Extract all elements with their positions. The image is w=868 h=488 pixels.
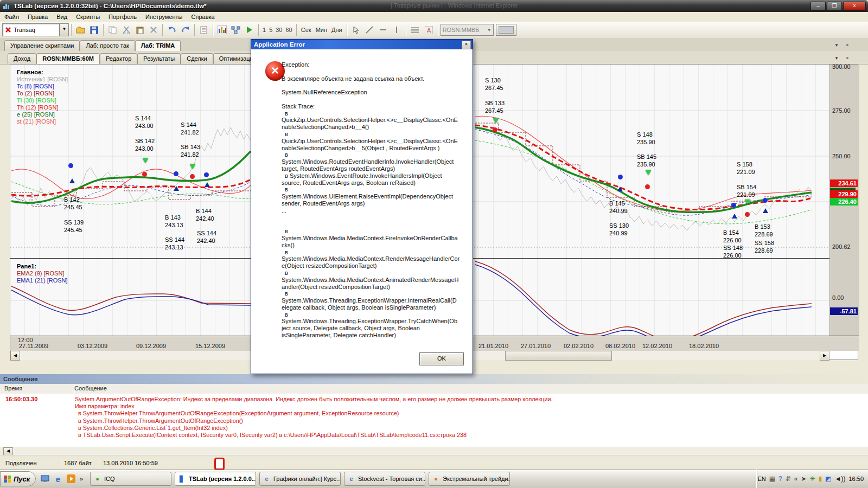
unit-button-1[interactable]: Мин [314,27,329,33]
panel-close-icon[interactable]: × [843,54,852,62]
text-tool-button[interactable]: A [422,23,436,36]
trade-annotation: B 154 226.00 [723,229,742,244]
save-button[interactable] [87,23,101,36]
tab-doc-3[interactable]: Результаты [137,53,181,64]
screen: { "window": { "title": "TSLab (версия 1.… [0,0,868,488]
date-tick: 03.12.2009 [78,343,107,349]
transaq-dropdown-button[interactable]: ▼ [60,23,69,36]
vline-tool-button[interactable] [390,23,404,36]
taskbar-task-2[interactable]: eГрафики онлайн:| Курс... [259,472,341,486]
scroll-right-icon[interactable]: ▶ [820,351,829,361]
start-button[interactable]: Пуск [0,471,36,486]
interval-button-60[interactable]: 60 [284,27,294,33]
symbol-select[interactable]: ROSN:ММВБ ▼ [441,24,494,36]
taskbar-task-0[interactable]: ●ICQ [90,472,171,486]
date-tick: 02.02.2010 [564,343,593,349]
menu-item-4[interactable]: Портфель [104,12,141,22]
unit-button-0[interactable]: Сек [299,27,314,33]
delete-button[interactable] [146,23,160,36]
redo-button[interactable] [178,23,192,36]
dialog-close-icon[interactable]: × [462,41,471,49]
transaq-connector-select[interactable]: Transaq [2,23,60,36]
phone-icon[interactable]: ▮ [819,475,822,483]
taskbar-task-3[interactable]: eStockvest - Торговая си... [344,472,425,486]
panel-pin-icon[interactable]: ▾ [832,54,841,62]
media-player-icon[interactable] [65,473,77,485]
panel-pin-icon[interactable]: ▾ [832,41,841,49]
ie-icon[interactable]: e [52,473,64,485]
menu-item-6[interactable]: Справка [187,12,219,22]
hline-tool-button[interactable] [376,23,390,36]
scroll-left-icon[interactable]: ◀ [10,351,20,361]
messages-panel-header[interactable]: Сообщения [0,374,868,384]
messages-list[interactable]: 16:50:03.30 System.ArgumentOutOfRangeExc… [0,394,868,447]
tab-script-2[interactable]: Лаб: TRIMA [135,40,181,52]
transaq-logo-icon [5,27,11,33]
undo-button[interactable] [165,23,178,36]
tab-doc-2[interactable]: Редактор [100,53,137,64]
interval-button-1[interactable]: 1 [261,27,267,33]
trade-annotation: B 145 240.99 [609,200,628,215]
keyboard-icon[interactable]: ▦ [769,475,775,483]
trendline-tool-button[interactable] [363,23,376,36]
levels-tool-button[interactable] [409,23,422,36]
arrow-down-icon [143,158,148,163]
tab-script-0[interactable]: Управление скриптами [4,40,80,51]
stack-trace-line: elegate callback, Object args, Boolean i… [282,304,466,311]
menu-item-1[interactable]: Правка [23,12,52,22]
menu-item-5[interactable]: Инструменты [141,12,187,22]
error-message-line: Имя параметра: index [75,403,553,410]
minimize-button[interactable]: – [810,2,826,11]
pane1-legend-title: Pane1: [17,263,68,270]
report-button[interactable] [197,23,210,36]
chart-button[interactable] [215,23,229,36]
error-message-line: в TSLab.User.Script.Execute(IContext con… [75,432,553,439]
cut-button[interactable] [119,23,133,36]
taskbar-task-4[interactable]: ●Экстремальный трейди... [429,472,510,486]
open-button[interactable] [74,23,87,36]
stack-trace-line: ject source, Delegate callback, Object a… [282,325,466,332]
run-script-button[interactable] [242,23,256,36]
pointer-icon[interactable]: ➤ [801,475,807,483]
menu-item-2[interactable]: Вид [52,12,72,22]
dialog-title-bar[interactable]: Application Error × [251,40,473,49]
scrollbar-thumb[interactable] [505,351,612,361]
stack-trace-line [282,96,466,103]
menu-item-3[interactable]: Скрипты [72,12,104,22]
stack-trace-line: в [282,249,466,256]
interval-button-5[interactable]: 5 [267,27,274,33]
arrow-down-icon [745,200,750,204]
column-message[interactable]: Сообщение [70,384,868,393]
updates-icon[interactable]: ⇵ [786,475,791,483]
close-button[interactable]: × [843,2,866,11]
show-desktop-icon[interactable] [39,473,51,485]
column-time[interactable]: Время [0,384,74,393]
color-picker-button[interactable] [496,24,516,36]
stack-trace-line: в [282,186,466,193]
bug-icon[interactable]: ✳ [810,475,815,483]
language-indicator[interactable]: EN [757,476,765,482]
taskbar-task-1[interactable]: ▋TSLab (версия 1.2.0.0... [175,472,256,486]
collapse-icon[interactable]: « [794,475,798,483]
ok-button[interactable]: OK [419,352,464,365]
panel-close-icon[interactable]: × [843,41,852,49]
svg-text:A: A [427,27,431,34]
schema-button[interactable] [229,23,242,36]
unit-button-2[interactable]: Дни [329,27,344,33]
cursor-tool-button[interactable] [349,23,363,36]
tab-doc-0[interactable]: Доход [8,53,36,64]
tab-doc-4[interactable]: Сделки [181,53,213,64]
menu-item-0[interactable]: Файл [0,12,23,22]
scroll-left-icon[interactable]: ◀ [3,447,13,455]
tab-script-1[interactable]: Лаб: просто так [80,40,135,51]
help-icon[interactable]: ? [778,475,782,483]
stack-trace-line: sender, RoutedEventArgs args) [282,200,466,207]
interval-button-30[interactable]: 30 [274,27,284,33]
maximize-button[interactable]: ❐ [827,2,842,11]
volume-icon[interactable]: ◄)) [835,475,846,483]
network-icon[interactable]: ◩ [825,475,831,483]
quick-launch-more-icon[interactable]: » [78,473,85,485]
tab-doc-1[interactable]: ROSN:ММВБ:60М [36,53,100,65]
copy-button[interactable] [106,23,119,36]
paste-button[interactable] [133,23,146,36]
